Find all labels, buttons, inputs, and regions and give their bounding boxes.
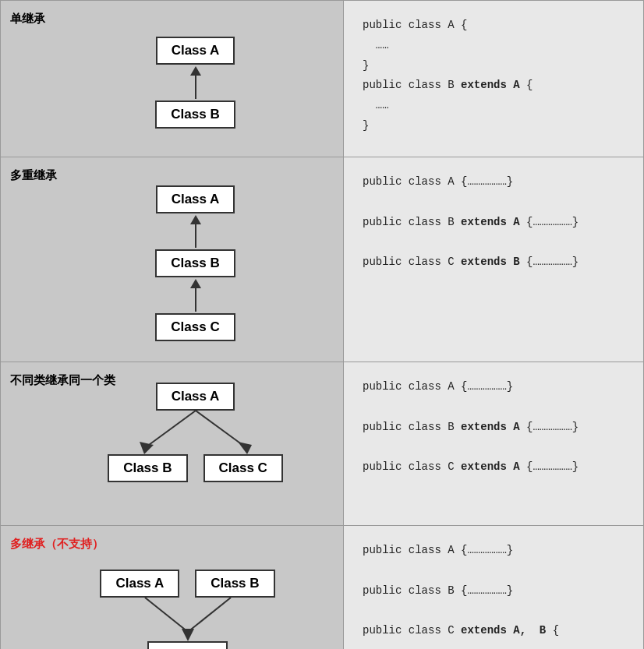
svg-marker-3 <box>238 442 252 454</box>
ml-code-5: public class C extends B {………………} <box>363 253 625 272</box>
fi-code-6: …………… <box>363 642 625 649</box>
fan-in-ab: Class A Class B <box>100 570 274 598</box>
chain-class-c: Class C <box>155 313 235 341</box>
arrow-up-chain-1 <box>190 215 201 248</box>
fo-code-4 <box>363 438 625 457</box>
fan-in-label: 多继承（不支持） <box>10 537 104 552</box>
fan-out-diagram: Class A <box>29 383 331 482</box>
single-inheritance-diagram-cell: 单继承 Class A Class B <box>1 1 344 157</box>
fi-code-1: public class A {………………} <box>363 541 625 560</box>
fo-code-1: public class A {………………} <box>363 378 625 397</box>
chain-class-b: Class B <box>155 249 235 277</box>
code-line-1: public class A { <box>363 16 625 35</box>
code-line-5: …… <box>363 97 625 115</box>
single-inheritance-label: 单继承 <box>10 12 45 26</box>
fan-in-code: public class A {………………} public class B {… <box>363 541 625 649</box>
code-line-3: } <box>363 57 625 76</box>
fan-in-row: 多继承（不支持） Class A Class B <box>1 526 644 650</box>
fan-out-row: 不同类继承同一个类 Class A <box>1 362 644 526</box>
fi-code-4 <box>363 601 625 620</box>
arrow-line-2 <box>195 288 196 312</box>
fo-code-2 <box>363 398 625 417</box>
code-line-2: …… <box>363 37 625 55</box>
arrow-line-1 <box>195 224 196 248</box>
arrowhead <box>190 66 201 76</box>
multi-level-code-cell: public class A {………………} public class B e… <box>344 157 644 362</box>
fan-out-diagram-wrapper: Class A <box>13 375 331 490</box>
single-inheritance-row: 单继承 Class A Class B public class A { …… … <box>1 1 644 157</box>
code-line-6: } <box>363 117 625 136</box>
fan-in-class-b: Class B <box>195 570 274 598</box>
fi-code-3: public class B {………………} <box>363 582 625 601</box>
fan-in-class-c: Class C <box>147 641 227 649</box>
fan-out-class-a: Class A <box>156 383 235 411</box>
arrow-up-1 <box>190 66 201 99</box>
multi-level-inheritance-row: 多重继承 Class A Class B Class C <box>1 157 644 362</box>
fo-code-5: public class C extends A {………………} <box>363 458 625 477</box>
fan-out-class-b: Class B <box>108 454 187 482</box>
multi-level-diagram-cell: 多重继承 Class A Class B Class C <box>1 157 344 362</box>
fan-out-label: 不同类继承同一个类 <box>10 373 115 388</box>
class-a-box: Class A <box>156 37 235 65</box>
fan-out-diagram-cell: 不同类继承同一个类 Class A <box>1 362 344 526</box>
ml-code-2 <box>363 193 625 212</box>
ml-code-3: public class B extends A {………………} <box>363 213 625 232</box>
fan-out-code-cell: public class A {………………} public class B e… <box>344 362 644 526</box>
arrow-up-chain-2 <box>190 279 201 312</box>
single-inheritance-code-cell: public class A { …… } public class B ext… <box>344 1 644 157</box>
fan-in-svg <box>102 598 274 641</box>
arrowhead-2 <box>190 279 201 288</box>
code-line-4: public class B extends A { <box>363 76 625 95</box>
arrow-line <box>195 76 196 99</box>
fan-out-arrows <box>118 411 274 454</box>
fan-in-diagram-cell: 多继承（不支持） Class A Class B <box>1 526 344 650</box>
fan-out-class-c: Class C <box>203 454 283 482</box>
svg-marker-6 <box>182 629 194 641</box>
fan-in-code-cell: public class A {………………} public class B {… <box>344 526 644 650</box>
ml-code-4 <box>363 233 625 252</box>
chain-class-a: Class A <box>156 185 235 213</box>
svg-line-0 <box>149 411 196 445</box>
fo-code-3: public class B extends A {………………} <box>363 418 625 437</box>
fi-code-2 <box>363 562 625 580</box>
single-inheritance-diagram: Class A Class B <box>13 13 331 144</box>
class-b-box: Class B <box>155 101 235 129</box>
fan-in-class-a: Class A <box>100 570 179 598</box>
fan-in-diagram-wrapper: Class A Class B <box>13 538 331 649</box>
fi-code-5: public class C extends A, B { <box>363 622 625 640</box>
single-diagram: Class A Class B <box>60 29 331 129</box>
chain-diagram: Class A Class B Class C <box>60 178 331 341</box>
fan-out-code: public class A {………………} public class B e… <box>363 378 625 477</box>
fan-in-diagram: Class A Class B <box>29 546 331 649</box>
multi-level-label: 多重继承 <box>10 168 57 183</box>
fan-out-svg <box>118 411 274 454</box>
ml-code-1: public class A {………………} <box>363 173 625 192</box>
inheritance-table: 单继承 Class A Class B public class A { …… … <box>0 0 644 649</box>
svg-line-4 <box>145 598 188 632</box>
svg-line-5 <box>188 598 231 632</box>
fan-out-bc: Class B Class C <box>108 454 283 482</box>
single-inheritance-code: public class A { …… } public class B ext… <box>363 16 625 136</box>
multi-level-code: public class A {………………} public class B e… <box>363 173 625 272</box>
fan-in-arrows <box>102 598 274 641</box>
arrowhead-1 <box>190 215 201 224</box>
multi-level-diagram: Class A Class B Class C <box>13 170 331 349</box>
svg-line-2 <box>196 411 242 445</box>
